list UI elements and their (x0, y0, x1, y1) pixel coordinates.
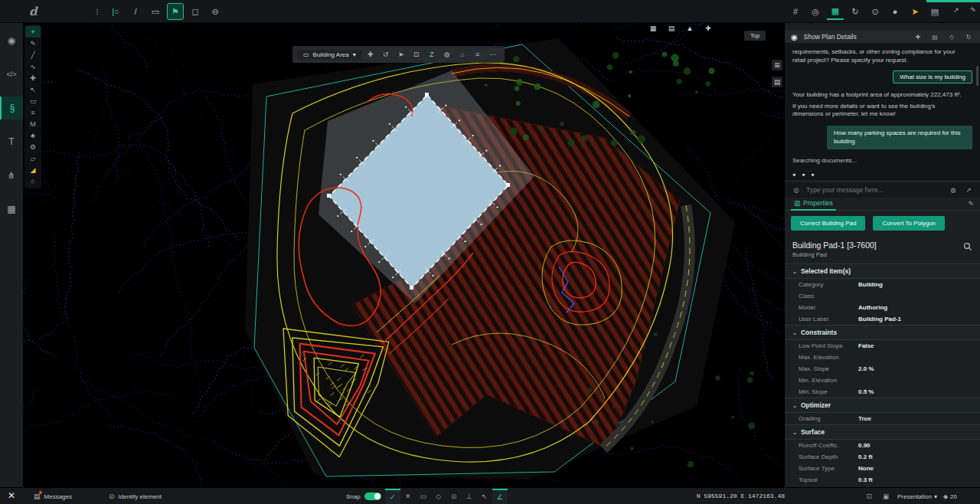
layers-icon[interactable]: ◍ (440, 47, 454, 61)
property-row[interactable]: Max. Elevation (785, 352, 980, 363)
target-tool-icon[interactable]: ◎ (807, 3, 824, 20)
rectangle-icon[interactable]: ▭ (25, 95, 41, 106)
section-header-selected-items[interactable]: ⌄Selected Item(s) (785, 263, 980, 279)
minimize-icon[interactable]: ▤ (929, 31, 940, 42)
curve-icon[interactable]: ∿ (25, 61, 41, 72)
snap-center-icon[interactable]: ⊙ (446, 489, 462, 504)
snap-endpoint-icon[interactable]: ▭ (416, 489, 431, 504)
spline-icon[interactable]: § (0, 97, 23, 119)
suggestion-chip[interactable]: What size is my building (893, 70, 972, 83)
property-row[interactable]: Max. Slope2.0 % (785, 363, 980, 375)
subtract-tool-icon[interactable]: ⊖ (207, 3, 224, 20)
chat-message-list[interactable]: requirements, setbacks, or other zoning … (785, 43, 980, 181)
close-icon[interactable]: ✕ (8, 490, 15, 501)
add-view-icon[interactable]: ✚ (702, 23, 714, 34)
node-tool-icon[interactable]: |○ (107, 3, 124, 20)
move-icon[interactable]: ✚ (364, 47, 377, 61)
up-view-icon[interactable]: ▲ (684, 23, 696, 34)
property-row[interactable]: Min. Elevation (785, 375, 980, 386)
rect-tool-icon[interactable]: ▭ (147, 3, 164, 20)
code-icon[interactable]: </> (0, 63, 23, 86)
property-row[interactable]: Class (785, 290, 980, 302)
snap-angle-icon[interactable]: ∠ (492, 489, 508, 504)
pencil-icon[interactable]: ✎ (25, 38, 41, 49)
snap-close-icon[interactable]: ✕ (400, 489, 416, 504)
frame-icon[interactable]: ⊡ (410, 47, 423, 61)
snap-tool-icon[interactable]: ⊙ (867, 3, 884, 20)
property-row[interactable]: Surface Depth0.2 ft (785, 451, 980, 463)
building-area-pill[interactable]: ▭ Building Area ▾ (297, 50, 362, 60)
rows-view-icon[interactable]: ▤ (665, 23, 678, 34)
property-row[interactable]: Surface TypeNone (785, 463, 980, 474)
cursor-flag-tool-icon[interactable]: ➤ (906, 3, 923, 20)
messages-item[interactable]: ▤ Messages (34, 488, 72, 504)
edit-panel-icon[interactable]: ✎ (968, 200, 974, 208)
snap-check-icon[interactable]: ✓ (385, 489, 400, 504)
grid-view-icon[interactable]: ▦ (647, 23, 659, 34)
identify-item[interactable]: ⊙ Identify element (109, 488, 162, 504)
text-icon[interactable]: T (0, 130, 23, 153)
dot-tool-icon[interactable]: ● (887, 3, 903, 20)
property-row[interactable]: User LabelBuilding Pad-1 (785, 313, 980, 325)
property-row[interactable]: CategoryBuilding (785, 279, 980, 290)
property-row[interactable]: Runoff Coeffic.0.90 (785, 440, 980, 451)
snap-toggle[interactable] (364, 493, 381, 500)
polyline-icon[interactable]: ╱ (25, 49, 41, 61)
property-row[interactable]: Topsoil0.3 ft (785, 474, 980, 486)
hash-tool-icon[interactable]: # (787, 3, 804, 20)
property-row[interactable]: ModelAuthoring (785, 302, 980, 313)
flag-tool-icon[interactable]: ⚑ (167, 3, 184, 20)
share-icon[interactable]: ⋔ (0, 164, 23, 187)
attach-icon[interactable]: ◍ (948, 185, 959, 195)
layout-icon[interactable]: ⊡ (864, 491, 874, 502)
presentation-dropdown[interactable]: Presentation ▾ (897, 493, 937, 500)
add-chat-icon[interactable]: ✚ (913, 31, 923, 42)
more-icon[interactable]: ⋯ (486, 47, 500, 61)
section-header-surface[interactable]: ⌄Surface (785, 424, 980, 440)
add-icon[interactable]: ✚ (25, 72, 41, 83)
vegetation-icon[interactable]: ♣ (25, 129, 41, 141)
home-icon[interactable]: ⌂ (456, 47, 469, 61)
snap-midpoint-icon[interactable]: ◇ (431, 489, 446, 504)
cursor-icon[interactable]: ↖ (25, 83, 41, 95)
search-icon[interactable] (963, 242, 972, 251)
folder-icon[interactable]: ▱ (25, 152, 41, 164)
expand-chat-icon[interactable]: ↗ (963, 185, 974, 195)
stack-icon[interactable]: ≡ (25, 106, 41, 118)
globe-icon[interactable]: ◉ (0, 29, 23, 52)
tab-properties[interactable]: ▥ Properties (791, 198, 836, 211)
property-row[interactable]: Min. Slope0.5 % (785, 386, 980, 398)
rotate-icon[interactable]: ↺ (379, 47, 393, 61)
property-row[interactable]: GradingTrue (785, 413, 980, 424)
grid-tool-icon[interactable]: ▦ (827, 3, 844, 20)
chat-input[interactable] (806, 186, 943, 194)
panel-toggle-icon[interactable]: ▤ (772, 77, 782, 87)
view-cube-pill[interactable]: Top (744, 31, 766, 41)
refresh-tool-icon[interactable]: ↻ (847, 3, 864, 20)
snap-perpendicular-icon[interactable]: ⊥ (462, 489, 477, 504)
expand-icon[interactable]: ⊞ (772, 60, 782, 70)
correct-building-pad-button[interactable]: Correct Building Pad (791, 216, 865, 231)
select-icon[interactable]: ⌖ (25, 26, 41, 38)
line-tool-icon[interactable]: / (127, 3, 144, 20)
section-header-optimizer[interactable]: ⌄Optimizer (785, 398, 980, 413)
convert-to-polygon-button[interactable]: Convert To Polygon (873, 216, 945, 231)
scale-indicator[interactable]: ◈ 20 (943, 493, 957, 500)
site-plan-canvas[interactable]: ▭ Building Area ▾ ✚ ↺ ➤ ⊡ Z ◍ ⌂ ≡ ⋯ ▦ ▤ … (23, 23, 785, 487)
export-icon[interactable]: ↗ (949, 3, 963, 17)
section-icon[interactable]: Z (425, 47, 439, 61)
mention-icon[interactable]: ◎ (791, 185, 802, 195)
measure-icon[interactable]: M (25, 118, 41, 129)
settings-gear-icon[interactable]: ⚙ (25, 141, 41, 152)
overflow-icon[interactable]: ⋮ (90, 5, 104, 18)
warning-corner-icon[interactable]: ◢ (25, 164, 41, 175)
edit-icon[interactable]: ✎ (966, 3, 980, 17)
sheet-icon[interactable]: ▣ (880, 491, 891, 502)
detach-icon[interactable]: ◇ (946, 31, 957, 42)
snap-nearest-icon[interactable]: ↖ (477, 489, 492, 504)
property-row[interactable]: Low Point SlopeFalse (785, 340, 980, 352)
archive-icon[interactable]: ▦ (0, 198, 23, 221)
cursor-tool-icon[interactable]: ➤ (394, 47, 408, 61)
refresh-chat-icon[interactable]: ↻ (963, 31, 974, 42)
chat-scrollbar[interactable] (976, 66, 978, 86)
